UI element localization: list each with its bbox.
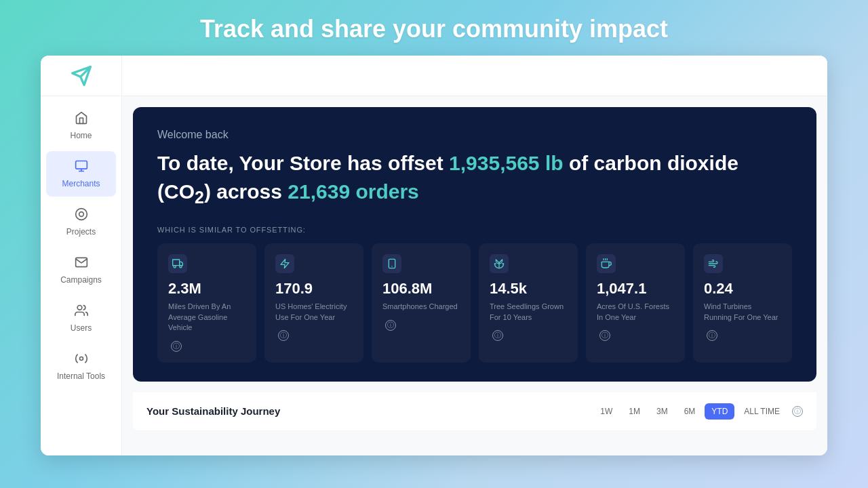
- sidebar-item-internal-tools-label: Internal Tools: [57, 371, 105, 381]
- projects-icon: [75, 207, 88, 224]
- stat-label-smartphones: Smartphones Charged: [382, 302, 460, 312]
- stat-card-forests: 1,047.1 Acres Of U.S. Forests In One Yea…: [586, 243, 685, 363]
- forest-icon: [597, 254, 616, 273]
- stat-card-smartphones: 106.8M Smartphones Charged ⓘ: [372, 243, 471, 363]
- sidebar: Home Merchants Projects Campaigns: [41, 56, 122, 455]
- sidebar-item-home[interactable]: Home: [46, 103, 116, 148]
- logo-icon: [71, 65, 92, 87]
- svg-rect-9: [173, 260, 180, 266]
- sidebar-item-home-label: Home: [70, 131, 92, 140]
- page-title: Track and share your community impact: [0, 15, 868, 43]
- sidebar-logo: [41, 56, 121, 96]
- sidebar-item-projects[interactable]: Projects: [46, 199, 116, 245]
- stat-value-smartphones: 106.8M: [382, 280, 460, 298]
- sidebar-item-users[interactable]: Users: [46, 296, 116, 341]
- svg-marker-10: [180, 262, 183, 265]
- info-icon-trees[interactable]: ⓘ: [492, 330, 503, 341]
- headline-value: 1,935,565 lb: [449, 152, 563, 174]
- headline: To date, Your Store has offset 1,935,565…: [157, 149, 792, 209]
- stat-card-wind: 0.24 Wind Turbines Running For One Year …: [693, 243, 792, 363]
- main-header: [122, 56, 827, 96]
- home-icon: [75, 111, 88, 128]
- time-btn-1m[interactable]: 1M: [622, 403, 647, 420]
- stat-label-trees: Tree Seedlings Grown For 10 Years: [490, 302, 567, 323]
- info-icon-miles[interactable]: ⓘ: [171, 341, 182, 352]
- merchants-icon: [75, 159, 88, 176]
- time-filters: 1W 1M 3M 6M YTD ALL TIME ⓘ: [593, 403, 803, 420]
- stat-info-miles: ⓘ: [168, 340, 245, 352]
- sidebar-nav: Home Merchants Projects Campaigns: [41, 96, 121, 390]
- stat-label-forests: Acres Of U.S. Forests In One Year: [597, 302, 674, 323]
- time-btn-3m[interactable]: 3M: [650, 403, 675, 420]
- time-btn-1w[interactable]: 1W: [593, 403, 619, 420]
- time-btn-6m[interactable]: 6M: [677, 403, 703, 420]
- svg-point-7: [77, 306, 82, 310]
- electricity-icon: [275, 254, 294, 273]
- sidebar-item-projects-label: Projects: [66, 227, 96, 237]
- info-icon-forests[interactable]: ⓘ: [599, 330, 610, 341]
- internal-tools-icon: [75, 352, 88, 369]
- stat-info-smartphones: ⓘ: [382, 319, 460, 331]
- stat-card-trees: 14.5k Tree Seedlings Grown For 10 Years …: [479, 243, 578, 363]
- journey-title: Your Sustainability Journey: [146, 405, 280, 417]
- headline-pre: To date, Your Store has offset: [157, 152, 449, 174]
- stat-label-wind: Wind Turbines Running For One Year: [704, 302, 781, 323]
- sidebar-item-internal-tools[interactable]: Internal Tools: [46, 344, 116, 389]
- headline-sub: 2: [195, 188, 204, 207]
- smartphone-icon: [382, 254, 401, 273]
- time-btn-all-time[interactable]: ALL TIME: [737, 403, 787, 420]
- sidebar-item-users-label: Users: [71, 323, 92, 333]
- stat-value-electricity: 170.9: [275, 280, 353, 298]
- info-icon-wind[interactable]: ⓘ: [707, 330, 717, 341]
- car-icon: [168, 254, 187, 273]
- users-icon: [75, 304, 88, 321]
- stat-card-miles: 2.3M Miles Driven By An Average Gasoline…: [157, 243, 256, 363]
- svg-point-5: [75, 209, 87, 220]
- main-content: Welcome back To date, Your Store has off…: [122, 56, 827, 455]
- headline-post: ) across: [204, 180, 288, 203]
- campaigns-icon: [75, 256, 88, 272]
- stat-value-trees: 14.5k: [490, 280, 567, 298]
- page-header: Track and share your community impact: [0, 0, 868, 56]
- stat-info-forests: ⓘ: [597, 329, 674, 341]
- svg-point-8: [79, 357, 83, 361]
- svg-rect-2: [75, 161, 87, 169]
- section-label: WHICH IS SIMILAR TO OFFSETTING:: [157, 226, 792, 234]
- stat-info-electricity: ⓘ: [275, 329, 353, 341]
- sidebar-item-merchants[interactable]: Merchants: [46, 151, 116, 197]
- stat-value-miles: 2.3M: [168, 280, 245, 298]
- stat-value-wind: 0.24: [704, 280, 781, 298]
- svg-marker-13: [281, 259, 289, 268]
- info-icon-smartphones[interactable]: ⓘ: [385, 320, 396, 331]
- svg-point-11: [174, 266, 176, 268]
- journey-bar: Your Sustainability Journey 1W 1M 3M 6M …: [133, 392, 816, 430]
- stat-label-electricity: US Homes' Electricity Use For One Year: [275, 302, 353, 323]
- info-icon-journey[interactable]: ⓘ: [792, 406, 803, 417]
- sidebar-item-merchants-label: Merchants: [62, 179, 100, 188]
- info-icon-electricity[interactable]: ⓘ: [278, 330, 289, 341]
- app-container: Home Merchants Projects Campaigns: [41, 56, 827, 455]
- tree-icon: [490, 254, 509, 273]
- wind-icon: [704, 254, 723, 273]
- headline-orders: 21,639 orders: [288, 180, 418, 203]
- stat-info-trees: ⓘ: [490, 329, 567, 341]
- dashboard-panel: Welcome back To date, Your Store has off…: [133, 107, 816, 382]
- stat-info-wind: ⓘ: [704, 329, 781, 341]
- sidebar-item-campaigns-label: Campaigns: [60, 275, 102, 285]
- stats-grid: 2.3M Miles Driven By An Average Gasoline…: [157, 243, 792, 363]
- svg-point-6: [79, 212, 83, 217]
- stat-value-forests: 1,047.1: [597, 280, 674, 298]
- time-btn-ytd[interactable]: YTD: [705, 403, 734, 420]
- stat-card-electricity: 170.9 US Homes' Electricity Use For One …: [264, 243, 363, 363]
- sidebar-item-campaigns[interactable]: Campaigns: [46, 247, 116, 293]
- svg-point-12: [180, 266, 182, 268]
- welcome-text: Welcome back: [157, 129, 792, 141]
- stat-label-miles: Miles Driven By An Average Gasoline Vehi…: [168, 302, 245, 333]
